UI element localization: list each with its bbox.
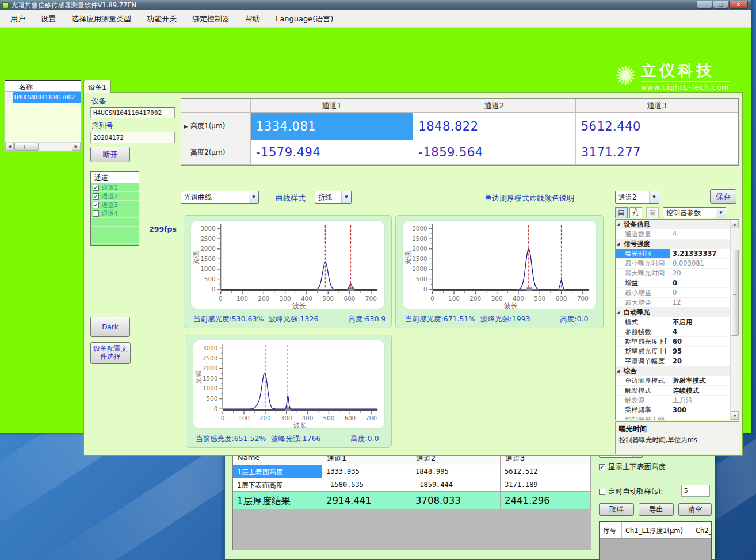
property-value[interactable]: 4 <box>670 229 730 239</box>
property-value[interactable]: 不启用 <box>670 317 730 327</box>
property-row[interactable]: 控制器最大能 <box>616 415 730 420</box>
property-row[interactable]: 单边测厚模式折射率模式 <box>616 376 730 386</box>
property-value[interactable]: 0 <box>670 278 730 287</box>
channel-row-1[interactable]: ✔通道1 <box>91 183 139 192</box>
col-header-index[interactable]: 序号 <box>600 522 622 538</box>
property-value[interactable]: 3.21333337 <box>670 249 730 258</box>
value-cell-ch1[interactable]: 1333.935 <box>322 465 411 478</box>
value-cell-ch2[interactable]: -1859.444 <box>411 478 501 491</box>
curve-type-select[interactable]: 光谱曲线 ▼ <box>181 191 259 204</box>
height1-ch3-cell[interactable]: 5612.440 <box>576 113 738 140</box>
value-cell-ch2[interactable]: 3708.033 <box>411 492 501 509</box>
scroll-right-icon[interactable]: ▶ <box>72 143 81 151</box>
height2-ch1-cell[interactable]: -1579.494 <box>251 140 413 165</box>
realtime-row-1[interactable]: 1层上表面高度1333.9351848.9955612.512 <box>233 465 591 478</box>
property-value[interactable]: 上升沿 <box>670 396 730 405</box>
menu-item-2[interactable]: 设置 <box>41 14 56 24</box>
property-row[interactable]: 通道数量4 <box>616 229 730 239</box>
curve-style-select[interactable]: 折线 ▼ <box>315 191 352 204</box>
property-grid-vscrollbar[interactable]: ▲ ▼ <box>730 220 739 420</box>
scroll-up-icon[interactable]: ▲ <box>731 220 739 228</box>
property-row[interactable]: 期望感光度上[95 <box>616 347 730 356</box>
clear-button[interactable]: 清空 <box>678 503 712 516</box>
channel-row-2[interactable]: ✔通道2 <box>91 192 139 201</box>
property-value[interactable]: 4 <box>670 327 730 336</box>
property-category[interactable]: ◢信号强度 <box>616 239 730 249</box>
minimize-button[interactable]: — <box>697 1 712 9</box>
checkbox-checked-icon[interactable]: ✔ <box>599 464 605 470</box>
device-name-field[interactable]: H4UCSN104110417002 <box>90 107 175 118</box>
categorized-view-icon[interactable]: ▤ <box>615 207 628 218</box>
property-value[interactable]: 20 <box>670 269 730 278</box>
show-surface-checkbox-row[interactable]: ✔ 显示上下表面高度 <box>599 462 666 472</box>
realtime-row-3[interactable]: 1层厚度结果2914.4413708.0332441.296 <box>233 492 591 509</box>
property-value[interactable]: 60 <box>670 337 730 346</box>
scroll-left-icon[interactable]: ◀ <box>5 143 14 151</box>
scroll-down-icon[interactable]: ▼ <box>731 411 739 420</box>
auto-sample-interval-input[interactable]: 5 <box>681 485 710 497</box>
property-category[interactable]: ◢设备信息 <box>616 220 730 229</box>
property-value[interactable]: 连续模式 <box>670 386 730 395</box>
scrollbar-thumb[interactable] <box>14 143 39 151</box>
property-row[interactable]: 最大曝光时间20 <box>616 269 730 278</box>
height2-ch3-cell[interactable]: 3171.277 <box>576 140 738 165</box>
value-cell-ch1[interactable]: -1580.535 <box>322 478 411 491</box>
auto-sample-checkbox-row[interactable]: 定时自动取样(s): <box>599 487 663 497</box>
property-row[interactable]: 触发源上升沿 <box>616 396 730 405</box>
property-value[interactable]: 折射率模式 <box>670 376 730 385</box>
device-list-hscrollbar[interactable]: ◀ ▶ <box>5 142 81 151</box>
collapse-triangle-icon[interactable]: ◢ <box>617 222 620 227</box>
alphabetical-sort-icon[interactable]: AZ↓ <box>629 207 642 218</box>
collapse-triangle-icon[interactable]: ◢ <box>617 241 620 246</box>
row-name-cell[interactable]: 1层下表面高度 <box>233 478 322 491</box>
serial-field[interactable]: 20204172 <box>90 132 175 143</box>
property-value[interactable]: 0.003081 <box>670 259 730 268</box>
property-value[interactable]: 95 <box>670 347 730 356</box>
value-cell-ch3[interactable]: 3171.189 <box>501 478 591 491</box>
row-name-cell[interactable]: 1层上表面高度 <box>233 465 322 478</box>
menu-item-7[interactable]: Language(语言) <box>276 14 333 24</box>
property-row[interactable]: 最大增益12 <box>616 298 730 308</box>
checkbox-checked-icon[interactable]: ✔ <box>93 202 99 208</box>
height-table[interactable]: 通道1 通道2 通道3 ▶ 高度1(μm) 1334.081 1848.822 … <box>181 98 739 166</box>
menu-item-4[interactable]: 功能开关 <box>147 14 177 24</box>
property-row[interactable]: 参照帧数4 <box>616 327 730 337</box>
tab-device1[interactable]: 设备1 <box>83 80 111 93</box>
property-row[interactable]: 模式不启用 <box>616 317 730 327</box>
export-button[interactable]: 导出 <box>639 503 674 516</box>
device-list[interactable]: 名称 H4UCSN104110417002 ◀ ▶ <box>5 80 81 151</box>
sample-button[interactable]: 取样 <box>599 503 634 516</box>
property-value[interactable]: 20 <box>670 356 730 366</box>
checkbox-unchecked-icon[interactable] <box>599 489 605 495</box>
menu-item-6[interactable]: 帮助 <box>245 14 260 24</box>
property-row[interactable]: 触发模式连续模式 <box>616 386 730 396</box>
property-row[interactable]: 采样频率300 <box>616 405 730 415</box>
value-cell-ch2[interactable]: 1848.995 <box>411 465 501 478</box>
property-value[interactable]: 12 <box>670 298 730 307</box>
height1-ch2-cell[interactable]: 1848.822 <box>413 113 575 140</box>
checkbox-unchecked-icon[interactable] <box>93 210 99 217</box>
save-button[interactable]: 保存 <box>710 189 736 204</box>
menu-item-3[interactable]: 选择应用测量类型 <box>71 14 131 24</box>
channel-select[interactable]: 通道2 ▼ <box>615 191 659 204</box>
main-titlebar[interactable]: 光谱共焦位移传感器测量软件V1.89.77EN — ▢ ✕ <box>0 0 751 10</box>
value-cell-ch3[interactable]: 2441.296 <box>501 492 591 509</box>
property-category[interactable]: ◢综合 <box>616 366 730 376</box>
property-value[interactable] <box>670 415 730 420</box>
checkbox-checked-icon[interactable]: ✔ <box>93 193 99 200</box>
col-header-ch1-thickness[interactable]: Ch1_L1厚度1(μm) <box>622 522 692 538</box>
menu-item-1[interactable]: 用户 <box>10 14 25 24</box>
row-name-cell[interactable]: 1层厚度结果 <box>233 492 322 509</box>
disconnect-button[interactable]: 断开 <box>90 147 130 162</box>
realtime-row-2[interactable]: 1层下表面高度-1580.535-1859.4443171.189 <box>233 478 591 492</box>
dashline-legend-link[interactable]: 单边测厚模式虚线颜色说明 <box>484 193 574 204</box>
property-row[interactable]: 最小曝光时间0.003081 <box>616 259 730 269</box>
checkbox-checked-icon[interactable]: ✔ <box>93 185 99 191</box>
dark-button[interactable]: Dark <box>90 317 130 337</box>
realtime-table[interactable]: Name 通道1 通道2 通道3 1层上表面高度1333.9351848.995… <box>232 450 591 550</box>
property-row[interactable]: 最小增益0 <box>616 288 730 298</box>
value-cell-ch3[interactable]: 5612.512 <box>501 465 591 478</box>
parameter-group-select[interactable]: 控制器参数 ▼ <box>663 207 726 218</box>
property-value[interactable]: 0 <box>670 288 730 297</box>
sample-history-table[interactable]: 序号 Ch1_L1厚度1(μm) Ch2_ <box>599 521 712 560</box>
